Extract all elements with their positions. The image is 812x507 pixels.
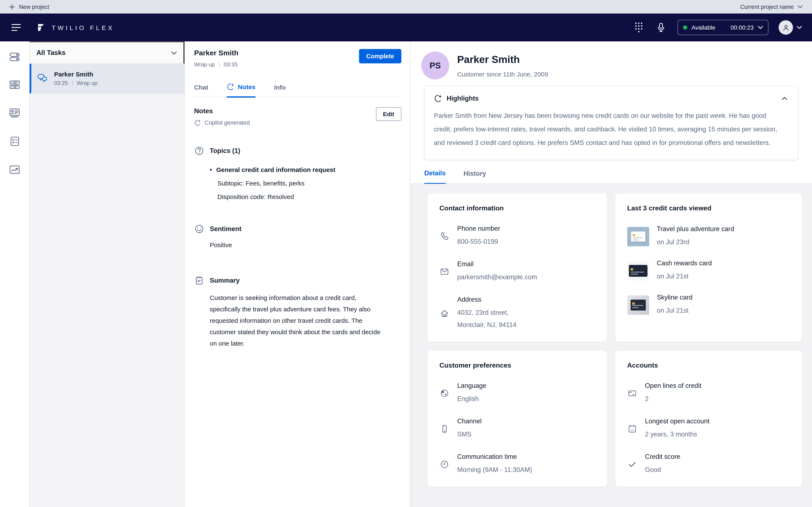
project-bar: New project Current project name — [0, 0, 812, 13]
field-label: Communication time — [457, 453, 532, 460]
credit-card-icon — [627, 389, 637, 398]
envelope-icon — [440, 267, 450, 276]
tab-notes[interactable]: Notes — [227, 83, 255, 98]
sidebar-item-agent-controls[interactable] — [9, 52, 20, 62]
field-label: Channel — [457, 417, 482, 425]
field-label: Phone number — [457, 225, 500, 232]
phone-row: Phone number 800-555-0199 — [440, 225, 595, 247]
viewed-card-row: Cash rewards card on Jul 21st — [627, 260, 790, 282]
field-label: Longest open account — [645, 417, 709, 425]
email-row: Email parkersmith@example.com — [440, 260, 595, 283]
tab-history[interactable]: History — [463, 169, 486, 183]
summary-section: Summary Customer is seeking information … — [194, 276, 401, 349]
credit-card-thumbnail — [627, 261, 649, 281]
task-stage: Wrap up — [77, 80, 98, 86]
address-line-1: 4032, 23rd street, — [457, 306, 516, 319]
customer-profile-panel: PS Parker Smith Customer since 11th June… — [410, 41, 812, 507]
current-project-label: Current project name — [740, 4, 794, 10]
chevron-down-icon — [797, 26, 802, 29]
field-label: Address — [457, 296, 516, 303]
copilot-sparkle-icon — [227, 83, 235, 91]
customer-preferences-card: Customer preferences Language English — [427, 351, 607, 487]
contact-card-icon — [9, 107, 20, 118]
viewed-card-row: Travel plus adventure card on Jul 23rd — [627, 225, 790, 248]
field-value: 2 years, 3 months — [645, 428, 709, 440]
user-menu[interactable] — [778, 20, 802, 35]
field-value: parkersmith@example.com — [457, 271, 537, 283]
current-project-selector[interactable]: Current project name — [738, 3, 805, 10]
task-list-item[interactable]: Parker Smith 03:25 Wrap up — [30, 64, 185, 93]
sidebar-item-customers[interactable] — [9, 107, 20, 118]
tab-chat[interactable]: Chat — [194, 83, 208, 97]
task-rows-icon — [9, 79, 20, 90]
field-label: Email — [457, 260, 537, 268]
wrapup-panel: Parker Smith Wrap up 03:35 Complete Chat… — [185, 41, 410, 507]
sidebar-item-insights[interactable] — [9, 164, 20, 175]
chevron-down-icon — [171, 51, 177, 55]
tab-info[interactable]: Info — [274, 83, 286, 97]
hamburger-menu-icon[interactable] — [8, 21, 24, 34]
globe-icon — [440, 389, 450, 398]
credit-score-row: Credit score Good — [627, 453, 790, 476]
field-value: SMS — [457, 428, 482, 440]
sentiment-section: Sentiment Positive — [194, 224, 401, 248]
credit-cards-viewed-card: Last 3 credit cards viewed Travel plus a… — [615, 193, 802, 342]
address-row: Address 4032, 23rd street, Montclair, NJ… — [440, 296, 595, 331]
credit-card-thumbnail — [627, 295, 649, 315]
tab-details[interactable]: Details — [424, 169, 446, 184]
complete-button[interactable]: Complete — [359, 49, 401, 63]
summary-text: Customer is seeking information about a … — [210, 292, 388, 349]
sidebar-item-task-list[interactable] — [9, 79, 20, 90]
contact-information-card: Contact information Phone number 800-555… — [427, 193, 607, 342]
wrapup-timer: 03:35 — [224, 61, 238, 68]
task-filter-label: All Tasks — [36, 49, 65, 57]
highlights-title: Highlights — [447, 95, 479, 102]
microphone-icon[interactable] — [655, 21, 667, 34]
field-label: Credit score — [645, 453, 680, 460]
topics-title: Topics (1) — [210, 147, 240, 155]
chat-bubbles-icon — [36, 73, 48, 84]
plus-icon — [9, 4, 15, 9]
task-time: 03:25 — [54, 80, 68, 86]
dialpad-icon[interactable] — [633, 20, 645, 35]
copilot-sparkle-icon — [434, 94, 442, 103]
sidebar-item-queues[interactable] — [9, 135, 20, 147]
address-line-2: Montclair, NJ, 94114 — [457, 319, 516, 331]
available-status-dot — [683, 25, 687, 30]
new-project-button[interactable]: New project — [7, 3, 52, 10]
divider — [219, 62, 219, 67]
task-customer-name: Parker Smith — [54, 70, 98, 78]
edit-notes-button[interactable]: Edit — [376, 107, 401, 121]
brand-name: TWILIO FLEX — [52, 24, 114, 31]
phone-icon — [440, 231, 450, 241]
viewed-card-date: on Jul 21st — [657, 304, 693, 317]
field-value: Good — [645, 463, 680, 476]
viewed-card-date: on Jul 23rd — [657, 236, 734, 248]
chevron-down-icon — [758, 26, 763, 29]
collapse-chevron-up-icon[interactable] — [780, 95, 789, 102]
notes-title: Notes — [194, 107, 250, 115]
notepad-icon — [194, 276, 204, 286]
open-credit-lines-row: Open lines of credit 2 — [627, 382, 790, 405]
smiley-icon — [194, 224, 204, 234]
customer-name: Parker Smith — [457, 54, 548, 65]
task-filter-dropdown[interactable]: All Tasks — [30, 41, 185, 64]
viewed-card-date: on Jul 21st — [657, 270, 712, 282]
viewed-card-row: Skyline card on Jul 21st — [627, 294, 790, 317]
clock-icon — [440, 460, 450, 469]
field-value: 2 — [645, 393, 701, 405]
profile-tabs: Details History — [410, 169, 812, 184]
house-icon — [440, 308, 450, 318]
status-timer: 00:00:23 — [730, 24, 754, 31]
availability-status-selector[interactable]: Available 00:00:23 — [677, 20, 768, 35]
customer-avatar: PS — [421, 52, 449, 79]
accounts-card: Accounts Open lines of credit 2 — [615, 351, 802, 487]
brand[interactable]: TWILIO FLEX — [36, 23, 114, 32]
card-title: Last 3 credit cards viewed — [627, 205, 790, 212]
twilio-flex-logo-icon — [36, 23, 46, 32]
topic-item: General credit card information request — [216, 166, 336, 173]
trend-chart-icon — [9, 164, 20, 175]
avatar — [778, 20, 793, 35]
checklist-icon — [9, 135, 20, 147]
topics-section: Topics (1) General credit card informati… — [194, 146, 401, 200]
